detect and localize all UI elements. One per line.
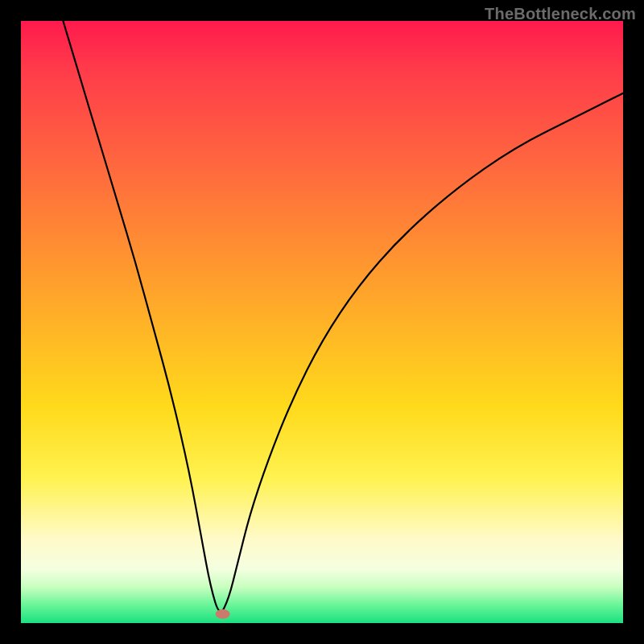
watermark-text: TheBottleneck.com xyxy=(485,5,636,23)
plot-area xyxy=(21,21,623,623)
bottleneck-curve xyxy=(63,21,623,611)
chart-frame: TheBottleneck.com xyxy=(0,0,644,644)
trough-marker xyxy=(216,609,230,619)
curve-svg xyxy=(21,21,623,623)
